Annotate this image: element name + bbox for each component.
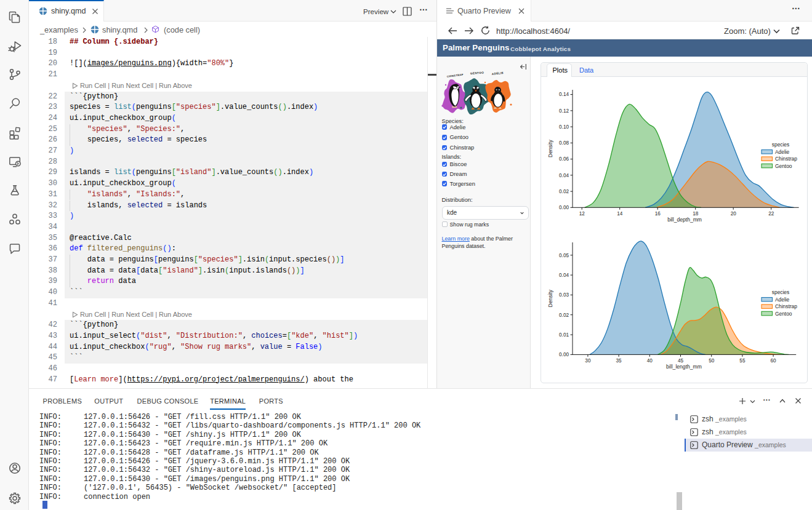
svg-text:12: 12 — [579, 211, 585, 217]
svg-text:0.02: 0.02 — [559, 189, 569, 194]
svg-text:Gentoo: Gentoo — [775, 163, 792, 169]
svg-text:CHINSTRAP: CHINSTRAP — [447, 73, 464, 78]
svg-text:0.14: 0.14 — [559, 92, 569, 97]
svg-text:Adelie: Adelie — [775, 297, 790, 303]
svg-text:20: 20 — [731, 211, 737, 217]
svg-text:0.01: 0.01 — [559, 332, 569, 338]
svg-text:species: species — [772, 289, 789, 295]
svg-text:0.04: 0.04 — [559, 273, 569, 278]
svg-text:0.02: 0.02 — [559, 313, 569, 318]
svg-text:45: 45 — [678, 358, 684, 364]
svg-text:Chinstrap: Chinstrap — [775, 303, 797, 309]
svg-text:bill_depth_mm: bill_depth_mm — [667, 217, 702, 223]
svg-text:Density: Density — [547, 140, 553, 157]
svg-text:22: 22 — [768, 211, 774, 217]
svg-text:40: 40 — [647, 358, 653, 364]
svg-text:60: 60 — [771, 358, 777, 364]
svg-text:30: 30 — [585, 358, 591, 364]
svg-text:Adelie: Adelie — [775, 149, 790, 155]
svg-text:0.08: 0.08 — [559, 140, 569, 146]
svg-text:ADELIE: ADELIE — [492, 71, 504, 76]
svg-text:16: 16 — [655, 211, 661, 217]
svg-text:0.05: 0.05 — [559, 253, 569, 258]
svg-text:0.06: 0.06 — [559, 156, 569, 162]
svg-text:14: 14 — [617, 211, 623, 217]
svg-text:species: species — [772, 141, 789, 148]
svg-text:0.00: 0.00 — [559, 352, 569, 357]
svg-text:35: 35 — [616, 358, 622, 364]
svg-text:GENTOO: GENTOO — [470, 71, 484, 75]
svg-text:50: 50 — [709, 358, 715, 364]
svg-text:Gentoo: Gentoo — [775, 311, 792, 317]
svg-text:18: 18 — [693, 211, 699, 217]
svg-text:Chinstrap: Chinstrap — [775, 156, 797, 162]
svg-text:bill_length_mm: bill_length_mm — [666, 364, 702, 370]
svg-text:0.12: 0.12 — [559, 108, 569, 114]
svg-text:0.03: 0.03 — [559, 292, 569, 298]
svg-text:0.00: 0.00 — [559, 205, 569, 210]
svg-text:0.10: 0.10 — [559, 124, 569, 130]
svg-text:0.04: 0.04 — [559, 173, 569, 178]
svg-text:55: 55 — [739, 358, 746, 364]
svg-text:Density: Density — [547, 289, 553, 307]
